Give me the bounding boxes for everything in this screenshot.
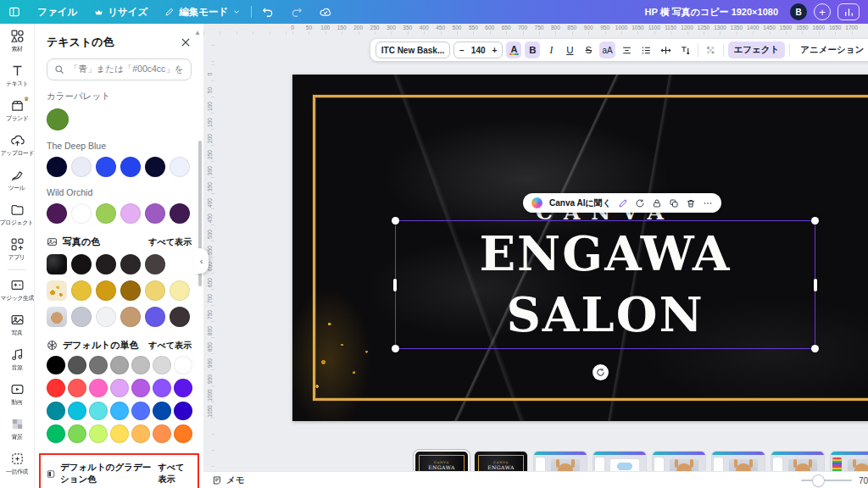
color-swatch[interactable]	[153, 379, 171, 397]
list-button[interactable]	[638, 42, 654, 58]
color-swatch[interactable]	[68, 402, 86, 420]
color-swatch[interactable]	[68, 379, 86, 397]
cloud-save-status[interactable]	[311, 0, 340, 24]
rotate-handle[interactable]	[593, 364, 609, 380]
add-member-button[interactable]: +	[814, 3, 831, 20]
transparency-button[interactable]	[703, 42, 719, 58]
home-panel-toggle[interactable]	[0, 0, 29, 24]
resize-handle-w[interactable]	[393, 279, 397, 291]
sidebar-item-magic-media[interactable]: マジック生成	[0, 273, 34, 308]
edit-mode-menu[interactable]: 編集モード	[156, 0, 249, 24]
color-swatch[interactable]	[170, 157, 190, 177]
color-swatch[interactable]	[110, 379, 129, 397]
design-canvas[interactable]: CANVA Canva AIに聞く ENGAWASALON	[292, 75, 868, 421]
undo-button[interactable]	[253, 0, 282, 24]
color-swatch[interactable]	[131, 424, 150, 443]
color-swatch[interactable]	[47, 402, 65, 420]
color-swatch[interactable]	[170, 280, 190, 301]
color-swatch[interactable]	[120, 203, 141, 224]
color-swatch[interactable]	[71, 307, 92, 327]
color-swatch[interactable]	[96, 307, 116, 327]
sidebar-item-tools[interactable]: ツール	[0, 163, 34, 197]
panel-collapse-button[interactable]: ‹	[194, 248, 209, 274]
color-swatch[interactable]	[89, 379, 108, 397]
resize-handle-se[interactable]	[811, 345, 819, 352]
sidebar-item-text[interactable]: テキスト	[0, 58, 34, 93]
color-swatch[interactable]	[89, 356, 108, 374]
resize-handle-nw[interactable]	[392, 217, 399, 225]
strikethrough-button[interactable]: S	[581, 42, 596, 58]
text-color-button[interactable]: A	[506, 42, 521, 58]
font-size-minus[interactable]: −	[459, 46, 465, 55]
close-icon[interactable]	[180, 36, 192, 48]
sidebar-item-apps[interactable]: アプリ	[0, 232, 34, 267]
color-swatch[interactable]	[145, 280, 165, 301]
color-swatch[interactable]	[71, 254, 92, 274]
color-swatch[interactable]	[110, 402, 129, 420]
sidebar-item-projects[interactable]: プロジェクト	[0, 197, 34, 232]
file-menu[interactable]: ファイル	[29, 0, 86, 24]
color-swatch[interactable]	[96, 280, 116, 301]
color-swatch[interactable]	[174, 402, 192, 420]
color-swatch[interactable]	[47, 379, 65, 397]
ask-canva-ai-button[interactable]: Canva AIに聞く	[549, 197, 611, 209]
color-swatch[interactable]	[47, 157, 67, 177]
sidebar-item-brand[interactable]: ♛ブランド	[0, 93, 34, 128]
color-swatch[interactable]	[71, 157, 92, 177]
sidebar-item-audio[interactable]: 音源	[0, 342, 34, 377]
insights-button[interactable]	[837, 3, 860, 20]
color-swatch[interactable]	[47, 424, 65, 443]
color-swatch[interactable]	[47, 356, 65, 374]
salon-title-text[interactable]: ENGAWASALON	[396, 223, 815, 345]
color-swatch[interactable]	[145, 254, 165, 274]
font-size-plus[interactable]: +	[492, 46, 498, 55]
text-case-button[interactable]: aA	[599, 42, 615, 58]
color-swatch[interactable]	[110, 424, 129, 443]
color-swatch[interactable]	[153, 424, 171, 443]
resize-handle-ne[interactable]	[811, 217, 819, 225]
color-swatch[interactable]	[145, 157, 165, 177]
color-swatch[interactable]	[131, 356, 150, 374]
duplicate-icon[interactable]	[669, 198, 679, 208]
color-swatch[interactable]	[170, 307, 190, 327]
gradient-colors-show-all[interactable]: すべて表示	[159, 462, 192, 485]
magic-write-icon[interactable]	[618, 198, 628, 208]
italic-button[interactable]: I	[543, 42, 559, 58]
font-size-stepper[interactable]: − 140 +	[453, 42, 503, 58]
sidebar-item-photos[interactable]: 写真	[0, 308, 34, 342]
color-swatch[interactable]	[71, 280, 92, 301]
resize-handle-e[interactable]	[814, 279, 817, 291]
color-swatch[interactable]	[96, 203, 116, 224]
zoom-slider-thumb[interactable]	[813, 475, 824, 486]
sidebar-item-elements[interactable]: 素材	[0, 24, 34, 58]
delete-icon[interactable]	[686, 198, 696, 208]
color-swatch[interactable]	[174, 356, 192, 374]
color-swatch[interactable]	[153, 402, 171, 420]
color-swatch[interactable]	[47, 203, 67, 224]
lock-icon[interactable]	[652, 198, 662, 208]
resize-handle-sw[interactable]	[392, 345, 399, 352]
color-swatch[interactable]	[71, 203, 92, 224]
font-family-select[interactable]: ITC New Bask...	[376, 42, 450, 58]
bold-button[interactable]: B	[525, 42, 540, 58]
sidebar-item-bulk-create[interactable]: 一括作成	[0, 446, 34, 481]
color-swatch[interactable]	[131, 402, 150, 420]
avatar[interactable]: B	[790, 3, 807, 20]
sidebar-item-background[interactable]: 背景	[0, 412, 34, 446]
color-swatch[interactable]	[153, 356, 171, 374]
scroll-up-arrow[interactable]: ▲	[194, 29, 201, 36]
color-swatch[interactable]	[89, 424, 108, 443]
color-swatch[interactable]	[131, 379, 150, 397]
animation-button[interactable]: アニメーション	[794, 42, 868, 58]
sync-icon[interactable]	[635, 198, 645, 208]
effects-button[interactable]: エフェクト	[728, 42, 786, 58]
photo-colors-show-all[interactable]: すべて表示	[148, 236, 192, 248]
alignment-button[interactable]	[619, 42, 635, 58]
sidebar-item-videos[interactable]: 動画	[0, 377, 34, 412]
color-swatch[interactable]	[120, 307, 141, 327]
more-options-icon[interactable]	[703, 198, 713, 208]
document-title[interactable]: HP 横 写真のコピー 1920×1080	[645, 6, 778, 19]
marble-thumbnail[interactable]	[47, 254, 67, 274]
color-swatch[interactable]	[120, 157, 141, 177]
color-swatch[interactable]	[68, 356, 86, 374]
